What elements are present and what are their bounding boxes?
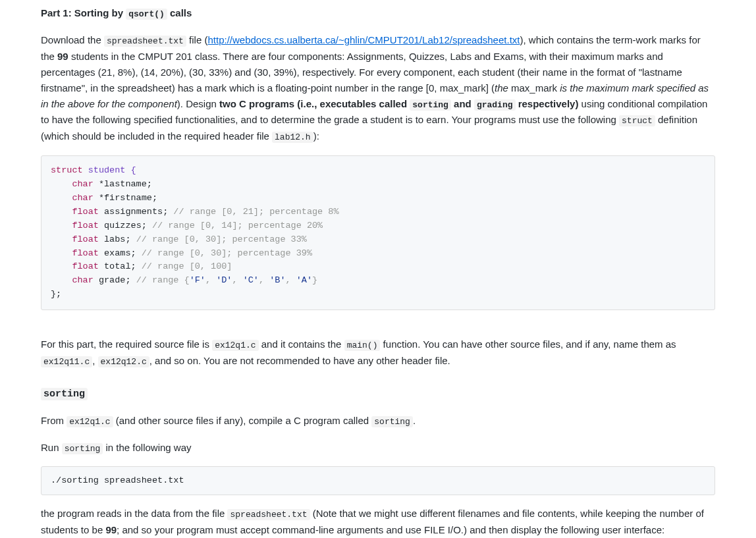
spreadsheet-filename: spreadsheet.txt: [227, 509, 310, 520]
heading-suffix: calls: [167, 7, 192, 18]
intro-text: , max_mark] (: [434, 82, 495, 94]
sorting-exec: sorting: [62, 443, 103, 454]
struct-keyword: struct: [619, 115, 655, 126]
lab12-header: lab12.h: [272, 132, 313, 143]
heading-prefix: Part 1: Sorting by: [41, 7, 126, 18]
part-heading: Part 1: Sorting by qsort() calls: [41, 5, 715, 22]
ex12q1-file: ex12q1.c: [67, 416, 113, 427]
num-99: 99: [105, 524, 117, 535]
grading-exec: grading: [474, 99, 516, 111]
bold-programs: two C programs (i.e., executables called…: [219, 98, 578, 109]
heading-code: qsort(): [126, 9, 167, 20]
spreadsheet-filename: spreadsheet.txt: [104, 36, 186, 47]
ex12q12-file: ex12q12.c: [98, 356, 149, 367]
sorting-section-title: sorting: [41, 385, 715, 402]
sorting-exec: sorting: [410, 99, 451, 111]
spreadsheet-link[interactable]: http://webdocs.cs.ualberta.ca/~ghlin/CMP…: [207, 34, 520, 45]
compile-instruction: From ex12q1.c (and other source files if…: [41, 413, 715, 429]
ex12q11-file: ex12q11.c: [41, 356, 92, 367]
run-instruction: Run sorting in the following way: [41, 440, 715, 456]
file-io-paragraph: the program reads in the data from the f…: [41, 506, 715, 538]
intro-text: ):: [313, 130, 319, 142]
range-open: [0: [426, 82, 435, 94]
run-command-block: ./sorting spreadsheet.txt: [41, 466, 715, 495]
italic-the: the: [495, 82, 508, 94]
struct-code-block: struct student { char *lastname; char *f…: [41, 155, 715, 310]
intro-text: file (: [186, 34, 208, 45]
intro-text: Download the: [41, 34, 104, 45]
sorting-title-code: sorting: [41, 388, 88, 400]
num-99: 99: [57, 51, 68, 62]
intro-paragraph: Download the spreadsheet.txt file (http:…: [41, 32, 715, 145]
main-func: main(): [344, 340, 381, 351]
intro-text: max_mark: [508, 82, 560, 94]
source-file-paragraph: For this part, the required source file …: [41, 336, 715, 369]
intro-text: ). Design: [177, 98, 219, 109]
sorting-exec: sorting: [371, 416, 413, 427]
ex12q1-file: ex12q1.c: [212, 340, 258, 351]
